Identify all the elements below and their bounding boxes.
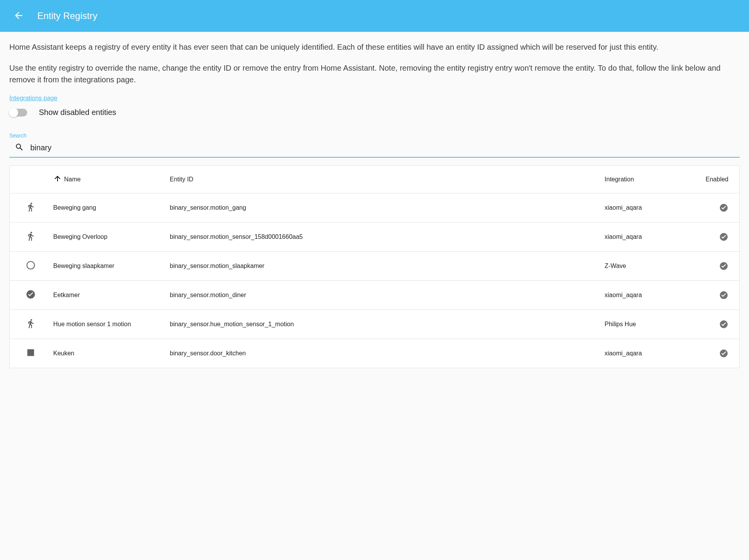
cell-name: Eetkamer [47, 281, 164, 310]
enabled-check-icon [719, 320, 728, 329]
entity-table-card: Name Entity ID Integration Enabled Beweg… [9, 165, 740, 368]
walk-icon [10, 223, 47, 252]
cell-integration: xiaomi_aqara [598, 193, 699, 223]
col-header-icon [10, 166, 47, 193]
table-row[interactable]: Keukenbinary_sensor.door_kitchenxiaomi_a… [10, 339, 739, 368]
app-header: Entity Registry [0, 0, 749, 32]
cell-name: Keuken [47, 339, 164, 368]
walk-icon [10, 310, 47, 339]
cell-name: Hue motion sensor 1 motion [47, 310, 164, 339]
content: Home Assistant keeps a registry of every… [0, 32, 749, 377]
search-icon [15, 143, 24, 153]
sort-asc-icon [53, 174, 62, 184]
cell-name: Beweging slaapkamer [47, 252, 164, 281]
col-header-integration[interactable]: Integration [598, 166, 699, 193]
walk-icon [10, 193, 47, 223]
cell-integration: xiaomi_aqara [598, 223, 699, 252]
cell-enabled [699, 310, 739, 339]
integrations-link[interactable]: Integrations page [9, 95, 57, 102]
show-disabled-toggle[interactable] [9, 109, 27, 117]
cell-entity-id: binary_sensor.hue_motion_sensor_1_motion [164, 310, 598, 339]
cell-enabled [699, 252, 739, 281]
cell-entity-id: binary_sensor.motion_sensor_158d0001660a… [164, 223, 598, 252]
square-icon [10, 339, 47, 368]
col-header-enabled[interactable]: Enabled [699, 166, 739, 193]
table-row[interactable]: Beweging Overloopbinary_sensor.motion_se… [10, 223, 739, 252]
cell-integration: xiaomi_aqara [598, 281, 699, 310]
col-header-name[interactable]: Name [47, 166, 164, 193]
search-label: Search [9, 132, 740, 139]
enabled-check-icon [719, 349, 728, 358]
show-disabled-label: Show disabled entities [39, 108, 116, 117]
cell-entity-id: binary_sensor.door_kitchen [164, 339, 598, 368]
description-para-1: Home Assistant keeps a registry of every… [9, 41, 740, 53]
search-input-wrap [9, 140, 740, 158]
show-disabled-row: Show disabled entities [9, 108, 740, 117]
table-row[interactable]: Hue motion sensor 1 motionbinary_sensor.… [10, 310, 739, 339]
cell-entity-id: binary_sensor.motion_diner [164, 281, 598, 310]
description-para-2: Use the entity registry to override the … [9, 62, 740, 85]
enabled-check-icon [719, 261, 728, 271]
check-circle-icon [10, 281, 47, 310]
cell-integration: Philips Hue [598, 310, 699, 339]
arrow-left-icon [13, 10, 24, 22]
entity-table: Name Entity ID Integration Enabled Beweg… [10, 166, 739, 368]
search-container: Search [9, 132, 740, 158]
col-header-entity-id[interactable]: Entity ID [164, 166, 598, 193]
cell-name: Beweging gang [47, 193, 164, 223]
back-button[interactable] [9, 6, 28, 26]
cell-name: Beweging Overloop [47, 223, 164, 252]
cell-enabled [699, 339, 739, 368]
page-title: Entity Registry [37, 10, 98, 21]
enabled-check-icon [719, 203, 728, 212]
cell-entity-id: binary_sensor.motion_gang [164, 193, 598, 223]
cell-enabled [699, 223, 739, 252]
enabled-check-icon [719, 232, 728, 242]
table-row[interactable]: Beweging slaapkamerbinary_sensor.motion_… [10, 252, 739, 281]
enabled-check-icon [719, 290, 728, 300]
table-row[interactable]: Eetkamerbinary_sensor.motion_dinerxiaomi… [10, 281, 739, 310]
cell-entity-id: binary_sensor.motion_slaapkamer [164, 252, 598, 281]
cell-integration: xiaomi_aqara [598, 339, 699, 368]
col-header-name-label: Name [64, 176, 81, 183]
toggle-thumb [9, 108, 18, 117]
circle-outline-icon [10, 252, 47, 281]
cell-enabled [699, 281, 739, 310]
cell-enabled [699, 193, 739, 223]
cell-integration: Z-Wave [598, 252, 699, 281]
table-row[interactable]: Beweging gangbinary_sensor.motion_gangxi… [10, 193, 739, 223]
search-input[interactable] [30, 143, 740, 152]
